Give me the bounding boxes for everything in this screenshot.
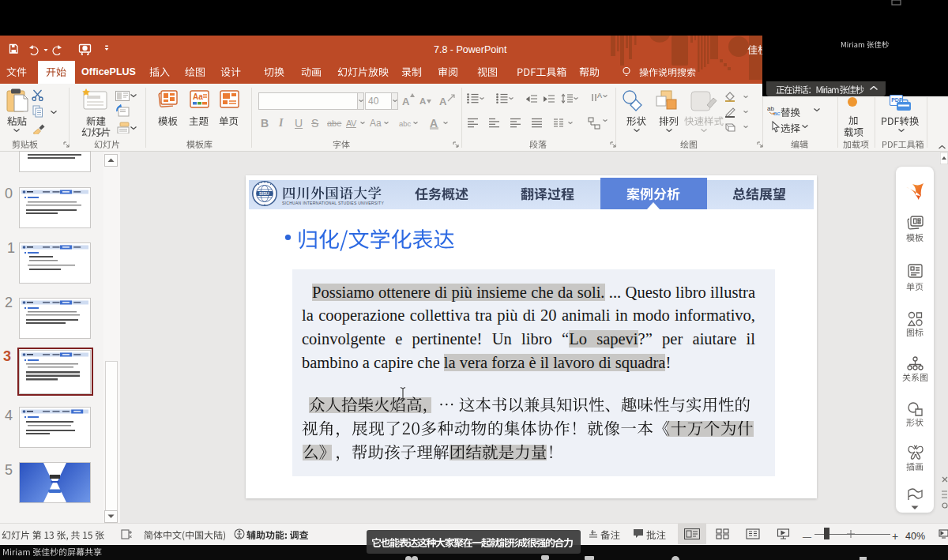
svg-text:Aa: Aa bbox=[193, 92, 203, 101]
svg-text:A: A bbox=[597, 92, 602, 100]
svg-text:ac: ac bbox=[773, 110, 780, 116]
svg-text:SISU: SISU bbox=[259, 191, 269, 196]
